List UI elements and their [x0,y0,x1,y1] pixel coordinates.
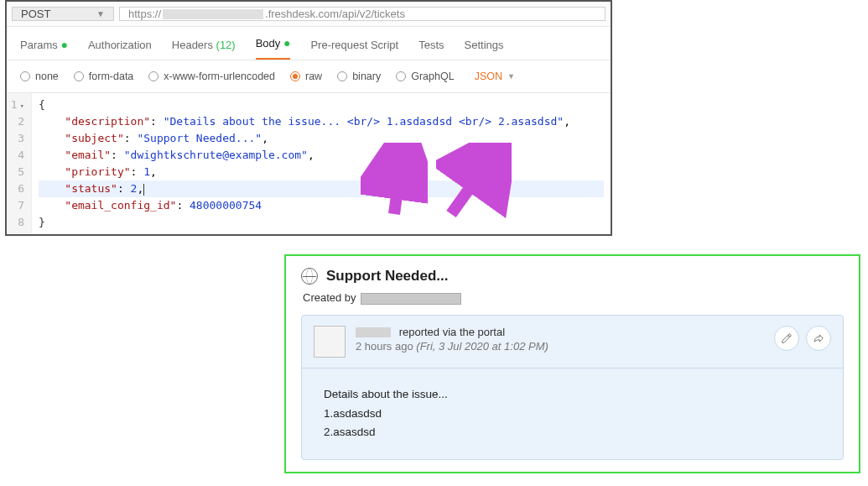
ticket-title: Support Needed... [326,268,448,285]
request-row: POST ▼ https:// .freshdesk.com/api/v2/ti… [7,2,611,27]
url-suffix: .freshdesk.com/api/v2/tickets [265,8,405,20]
radio-binary[interactable]: binary [337,71,381,82]
redacted-name [361,293,461,305]
text-cursor [143,184,144,196]
content-line: 1.asdasdsd [324,405,821,424]
content-line: Details about the issue... [324,385,821,405]
ticket-body: reported via the portal 2 hours ago (Fri… [301,315,844,461]
tab-headers[interactable]: Headers (12) [172,39,236,60]
url-prefix: https:// [128,8,161,20]
content-line: 2.asasdsd [324,423,821,442]
method-select[interactable]: POST ▼ [12,7,114,21]
url-input[interactable]: https:// .freshdesk.com/api/v2/tickets [119,7,606,21]
edit-button[interactable] [774,326,799,351]
ticket-actions [774,326,831,351]
ticket-meta: reported via the portal 2 hours ago (Fri… [302,316,843,368]
time-relative: 2 hours ago [356,340,413,353]
api-client-panel: POST ▼ https:// .freshdesk.com/api/v2/ti… [5,0,612,236]
tab-body[interactable]: Body ● [256,37,291,60]
json-editor[interactable]: 1▾ 2 3 4 5 6 7 8 { "description": "Detai… [7,93,611,234]
method-label: POST [21,8,50,20]
redacted-domain [163,9,263,19]
radio-raw[interactable]: raw [290,71,322,82]
ticket-header: Support Needed... [301,268,844,285]
radio-graphql[interactable]: GraphQL [396,71,454,82]
tab-authorization[interactable]: Authorization [88,39,152,60]
reported-via: reported via the portal [399,326,505,338]
chevron-down-icon: ▼ [507,72,515,81]
tab-tests[interactable]: Tests [418,39,444,60]
radio-urlencoded[interactable]: x-www-form-urlencoded [148,71,275,82]
dot-icon: ● [60,38,67,51]
headers-count: (12) [216,39,236,51]
forward-button[interactable] [806,326,831,351]
content-type-select[interactable]: JSON ▼ [475,71,515,82]
ticket-meta-text: reported via the portal 2 hours ago (Fri… [356,326,548,353]
code-area[interactable]: { "description": "Details about the issu… [32,93,611,234]
radio-form-data[interactable]: form-data [74,71,134,82]
ticket-content: Details about the issue... 1.asdasdsd 2.… [302,368,843,460]
globe-icon [301,268,318,285]
forward-icon [813,332,824,344]
line-gutter: 1▾ 2 3 4 5 6 7 8 [7,93,32,234]
chevron-down-icon: ▼ [96,9,105,18]
request-tabs: Params ● Authorization Headers (12) Body… [7,27,611,60]
body-type-row: none form-data x-www-form-urlencoded raw… [7,60,611,93]
radio-none[interactable]: none [20,71,59,82]
avatar [314,326,346,358]
tab-params[interactable]: Params ● [20,39,68,60]
ticket-card: Support Needed... Created by reported vi… [284,254,860,473]
pencil-icon [781,332,793,344]
ticket-created-by: Created by [303,291,844,305]
time-absolute: (Fri, 3 Jul 2020 at 1:02 PM) [416,340,548,353]
tab-settings[interactable]: Settings [465,39,504,60]
tab-prerequest[interactable]: Pre-request Script [310,39,398,60]
dot-icon: ● [283,36,290,50]
redacted-reporter [356,327,391,337]
